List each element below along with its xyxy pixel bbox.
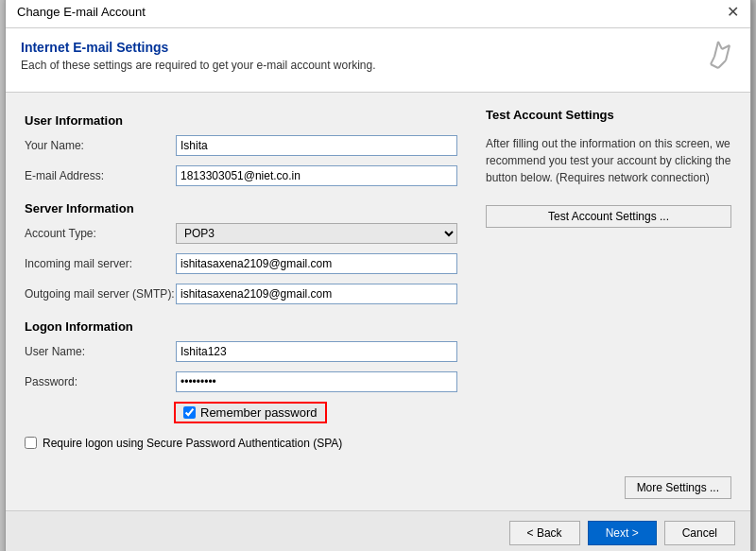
left-panel: User Information Your Name: E-mail Addre…: [25, 108, 457, 454]
back-button[interactable]: < Back: [509, 521, 580, 545]
close-button[interactable]: ✕: [727, 5, 739, 20]
cancel-button[interactable]: Cancel: [664, 521, 735, 545]
change-email-dialog: Change E-mail Account ✕ Internet E-mail …: [5, 0, 751, 551]
incoming-mail-label: Incoming mail server:: [25, 257, 176, 270]
your-name-row: Your Name:: [25, 135, 457, 156]
account-type-label: Account Type:: [25, 227, 176, 240]
outgoing-mail-row: Outgoing mail server (SMTP):: [25, 284, 457, 304]
test-account-button[interactable]: Test Account Settings ...: [486, 205, 731, 228]
outgoing-mail-label: Outgoing mail server (SMTP):: [25, 287, 176, 301]
svg-line-6: [718, 60, 726, 68]
header-section: Internet E-mail Settings Each of these s…: [6, 28, 750, 93]
svg-line-0: [714, 42, 718, 57]
test-account-description: After filling out the information on thi…: [486, 135, 731, 186]
username-input[interactable]: [176, 341, 457, 362]
svg-line-3: [711, 57, 714, 64]
next-button[interactable]: Next >: [588, 521, 657, 545]
svg-line-1: [718, 42, 722, 49]
test-account-heading: Test Account Settings: [486, 108, 731, 122]
server-information-title: Server Information: [25, 201, 457, 215]
email-address-row: E-mail Address:: [25, 165, 457, 186]
remember-password-label: Remember password: [200, 405, 318, 420]
incoming-mail-input[interactable]: [176, 253, 457, 274]
header-description: Each of these settings are required to g…: [21, 59, 376, 72]
footer-buttons: < Back Next > Cancel: [6, 510, 750, 552]
remember-password-wrapper: Remember password: [174, 402, 327, 423]
remember-password-checkbox[interactable]: [183, 406, 196, 419]
spa-label: Require logon using Secure Password Auth…: [43, 437, 342, 450]
spa-checkbox[interactable]: [25, 437, 37, 449]
bottom-area: More Settings ...: [6, 469, 750, 510]
password-label: Password:: [25, 375, 176, 388]
password-input[interactable]: [176, 371, 457, 392]
content-area: User Information Your Name: E-mail Addre…: [6, 93, 750, 469]
email-address-label: E-mail Address:: [25, 169, 176, 182]
dialog-title: Change E-mail Account: [17, 5, 146, 19]
your-name-label: Your Name:: [25, 139, 176, 152]
username-label: User Name:: [25, 345, 176, 358]
header-text: Internet E-mail Settings Each of these s…: [21, 40, 376, 72]
logon-information-title: Logon Information: [25, 319, 457, 334]
incoming-mail-row: Incoming mail server:: [25, 253, 457, 274]
password-row: Password:: [25, 371, 457, 392]
title-bar: Change E-mail Account ✕: [6, 0, 750, 28]
email-icon: [701, 40, 735, 80]
username-row: User Name:: [25, 341, 457, 362]
user-information-title: User Information: [25, 113, 457, 128]
your-name-input[interactable]: [176, 135, 457, 156]
spa-row: Require logon using Secure Password Auth…: [25, 437, 457, 450]
outgoing-mail-input[interactable]: [176, 284, 457, 304]
email-address-input[interactable]: [176, 165, 457, 186]
svg-line-4: [711, 64, 718, 68]
more-settings-button[interactable]: More Settings ...: [625, 476, 731, 499]
header-heading: Internet E-mail Settings: [21, 40, 376, 55]
account-type-row: Account Type: POP3 IMAP: [25, 223, 457, 244]
right-panel: Test Account Settings After filling out …: [486, 108, 731, 454]
account-type-select[interactable]: POP3 IMAP: [176, 223, 457, 244]
